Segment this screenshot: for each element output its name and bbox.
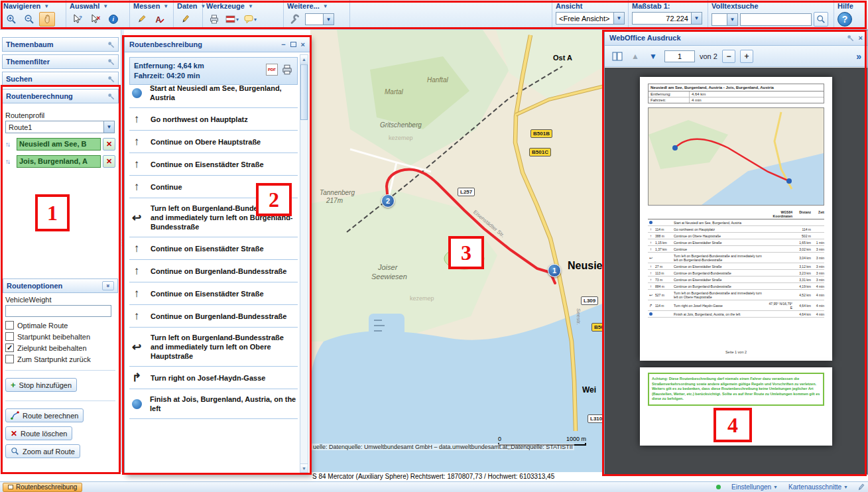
- edit-corner-button[interactable]: [856, 483, 865, 492]
- messen-menu[interactable]: Messen▼: [133, 1, 170, 11]
- scroll-up-icon[interactable]: ▲: [300, 55, 308, 64]
- delete-route-button[interactable]: ✕ Route löschen: [5, 426, 72, 440]
- chevron-down-icon: ▾: [254, 17, 257, 23]
- maneuver-icon: ↩: [131, 341, 143, 353]
- route-option-row[interactable]: Optimale Route: [5, 321, 115, 330]
- reorder-arrows-icon[interactable]: ↑↓: [5, 141, 15, 148]
- edit-data-button[interactable]: [177, 12, 193, 27]
- help-button[interactable]: ?: [837, 12, 852, 27]
- route-start-field[interactable]: Neusiedl am See, B: [17, 138, 101, 151]
- routenprofil-label: Routenprofil: [5, 111, 115, 119]
- route-step[interactable]: ↑ Continue on Burgenland-Bundesstraße: [129, 260, 298, 282]
- pin-icon[interactable]: [847, 34, 854, 42]
- language-flag-button[interactable]: ▾: [224, 12, 240, 27]
- pin-icon[interactable]: [107, 58, 115, 66]
- sidebar-item-themenbaum[interactable]: Themenbaum: [2, 37, 119, 52]
- minimize-icon[interactable]: −: [281, 40, 285, 48]
- checkbox-icon[interactable]: [5, 332, 14, 341]
- window-titlebar[interactable]: Routenbeschreibung − ×: [125, 37, 310, 52]
- massstab-select[interactable]: 72.224▼: [632, 12, 702, 25]
- zoom-in-page-button[interactable]: +: [740, 50, 753, 63]
- ansicht-select[interactable]: <Freie Ansicht>▼: [556, 12, 625, 25]
- daten-menu[interactable]: Daten▼: [177, 1, 199, 11]
- callout-tool-button[interactable]: ▾: [242, 12, 258, 27]
- next-page-button[interactable]: ▼: [647, 50, 660, 63]
- checkbox-icon[interactable]: [5, 343, 14, 352]
- minimized-route-tab[interactable]: Routenbeschreibung: [3, 483, 82, 492]
- measure-label-button[interactable]: A: [151, 12, 167, 27]
- route-end-field[interactable]: Jois, Burgenland, A: [17, 155, 101, 168]
- pin-icon[interactable]: [107, 76, 115, 83]
- route-step[interactable]: ↑ Continue on Obere Hauptstraße: [129, 131, 298, 153]
- routenprofil-select[interactable]: Route1 ▼: [5, 121, 115, 133]
- clear-selection-button[interactable]: ✕: [88, 12, 103, 27]
- route-option-row[interactable]: Zielpunkt beibehalten: [5, 343, 115, 352]
- navigieren-menu[interactable]: Navigieren▼: [3, 1, 62, 11]
- calculate-route-button[interactable]: Route berechnen: [5, 408, 84, 422]
- zoom-out-button[interactable]: [21, 12, 37, 27]
- sidebar-item-themenfilter[interactable]: Themenfilter: [2, 54, 119, 69]
- tools-button[interactable]: [287, 12, 303, 27]
- chevron-down-icon: ▼: [727, 14, 737, 25]
- search-input[interactable]: [740, 13, 812, 26]
- remove-end-button[interactable]: ✕: [103, 155, 115, 168]
- weitere-menu[interactable]: Weitere...▼: [287, 1, 346, 11]
- route-step[interactable]: Finish at Jois, Burgenland, Austria, on …: [129, 389, 298, 419]
- weitere-select[interactable]: ▼: [305, 13, 334, 25]
- route-step[interactable]: ↱ Turn right on Josef-Haydn-Gasse: [129, 367, 298, 389]
- vertical-scrollbar[interactable]: ▲ ▼: [300, 54, 308, 473]
- route-step[interactable]: ↑ Continue on Burgenland-Bundesstraße: [129, 305, 298, 328]
- route-step[interactable]: ↩ Turn left on Burgenland-Bundesstraße a…: [129, 328, 298, 367]
- kartenausschnitte-menu[interactable]: Kartenausschnitte▼: [788, 483, 848, 491]
- print-button[interactable]: [206, 12, 222, 27]
- print-panel-titlebar[interactable]: WebOffice Ausdruck ×: [605, 31, 867, 46]
- zoom-route-button[interactable]: Zoom auf Route: [5, 444, 80, 458]
- reorder-arrows-icon[interactable]: ↑↓: [5, 158, 15, 165]
- route-marker-1[interactable]: 1: [548, 264, 561, 277]
- search-scope-select[interactable]: ▼: [712, 13, 738, 26]
- werkzeuge-menu[interactable]: Werkzeuge▼: [206, 1, 280, 11]
- checkbox-icon[interactable]: [5, 321, 14, 330]
- measure-draw-button[interactable]: [133, 12, 149, 27]
- pin-icon[interactable]: [107, 93, 115, 100]
- routenoptionen-header[interactable]: Routenoptionen »: [3, 278, 118, 293]
- page-number-input[interactable]: [664, 50, 695, 62]
- map-label: Tannenberg: [320, 189, 355, 196]
- print-route-button[interactable]: [281, 64, 293, 78]
- checkbox-icon[interactable]: [5, 355, 14, 363]
- scroll-down-icon[interactable]: ▼: [300, 463, 308, 472]
- route-step[interactable]: ↑ Continue on Eisenstädter Straße: [129, 282, 298, 305]
- identify-button[interactable]: ?: [70, 12, 86, 27]
- sidebar-item-suchen[interactable]: Suchen: [2, 72, 119, 86]
- zoom-in-button[interactable]: [3, 12, 19, 27]
- close-icon[interactable]: ×: [859, 34, 863, 42]
- route-step[interactable]: ↑ Continue on Eisenstädter Straße: [129, 153, 298, 176]
- pencil-icon: [856, 483, 865, 492]
- scrollbar-thumb[interactable]: [300, 64, 308, 120]
- austria-flag-icon: [225, 15, 236, 24]
- expand-panel-button[interactable]: »: [856, 51, 861, 62]
- route-step[interactable]: ↑ Go northwest on Hauptplatz: [129, 108, 298, 131]
- export-pdf-button[interactable]: PDF: [266, 64, 278, 76]
- search-button[interactable]: [814, 12, 828, 27]
- zoom-out-page-button[interactable]: −: [722, 50, 735, 63]
- route-marker-2[interactable]: 2: [381, 194, 395, 208]
- collapse-options-button[interactable]: »: [102, 281, 114, 290]
- route-option-row[interactable]: Zum Startpunkt zurück: [5, 355, 115, 363]
- pin-icon[interactable]: [107, 41, 115, 48]
- remove-start-button[interactable]: ✕: [103, 138, 115, 151]
- sidebar-item-routenberechnung[interactable]: Routenberechnung: [2, 89, 119, 103]
- close-icon[interactable]: ×: [301, 40, 305, 48]
- auswahl-menu[interactable]: Auswahl▼: [70, 1, 126, 11]
- route-option-row[interactable]: Startpunkt beibehalten: [5, 332, 115, 341]
- route-step[interactable]: Start at Neusiedl am See, Burgenland, Au…: [129, 78, 298, 108]
- add-stop-button[interactable]: + Stop hinzufügen: [5, 378, 77, 392]
- toggle-pages-sidebar-button[interactable]: [611, 50, 624, 63]
- restore-icon[interactable]: [290, 42, 296, 47]
- info-button[interactable]: i: [105, 12, 121, 27]
- previous-page-button[interactable]: ▲: [629, 50, 642, 63]
- vehicle-weight-input[interactable]: [5, 305, 111, 317]
- einstellungen-menu[interactable]: Einstellungen▼: [731, 483, 778, 491]
- pan-button[interactable]: [39, 12, 55, 27]
- route-step[interactable]: ↑ Continue on Eisenstädter Straße: [129, 237, 298, 260]
